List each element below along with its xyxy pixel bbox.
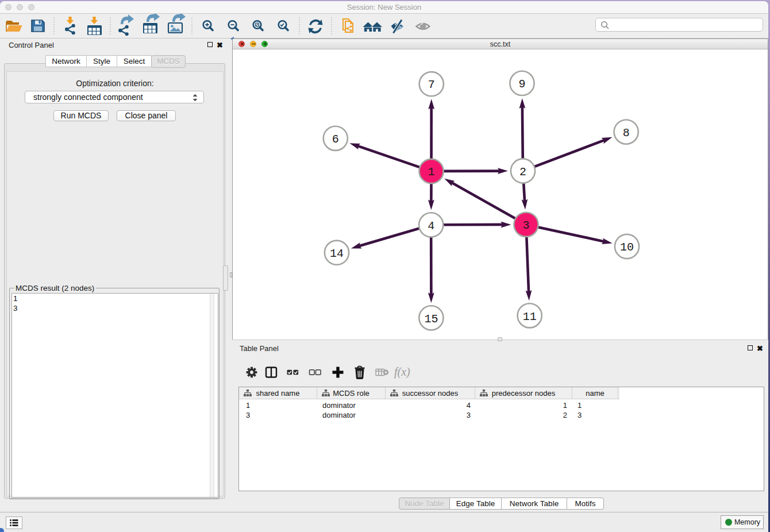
svg-text:10: 10 bbox=[620, 241, 634, 254]
svg-text:3: 3 bbox=[522, 219, 529, 232]
svg-text:15: 15 bbox=[424, 313, 438, 326]
svg-text:9: 9 bbox=[518, 78, 525, 91]
svg-text:14: 14 bbox=[330, 247, 344, 260]
svg-text:f(x): f(x) bbox=[394, 365, 410, 379]
svg-text:11: 11 bbox=[523, 310, 537, 323]
svg-text:4: 4 bbox=[428, 219, 434, 233]
svg-text:8: 8 bbox=[623, 126, 630, 140]
svg-text:7: 7 bbox=[428, 78, 435, 91]
svg-text:6: 6 bbox=[332, 133, 339, 146]
svg-text:2: 2 bbox=[519, 165, 526, 179]
svg-text:1: 1 bbox=[428, 165, 435, 179]
